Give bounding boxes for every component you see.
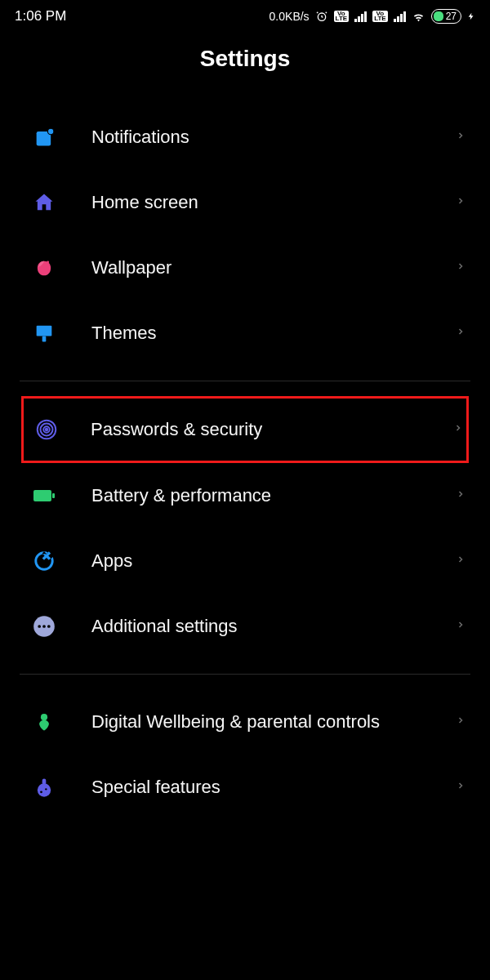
- svg-rect-18: [42, 779, 47, 785]
- item-label: Wallpaper: [91, 256, 456, 280]
- chevron-right-icon: [453, 420, 463, 439]
- svg-point-13: [38, 625, 41, 628]
- item-label: Apps: [91, 550, 456, 573]
- svg-point-20: [45, 788, 47, 790]
- settings-list: Notifications Home screen Wallpaper Them…: [0, 105, 490, 820]
- status-right-cluster: 0.0KB/s VoLTE VoLTE 27: [270, 9, 475, 24]
- status-time: 1:06 PM: [15, 8, 66, 24]
- svg-point-15: [47, 625, 51, 628]
- status-bar: 1:06 PM 0.0KB/s VoLTE VoLTE 27: [0, 0, 490, 29]
- svg-rect-5: [42, 336, 47, 342]
- item-label: Digital Wellbeing & parental controls: [91, 710, 456, 734]
- chevron-right-icon: [456, 712, 466, 732]
- charging-icon: [467, 10, 475, 23]
- chevron-right-icon: [456, 323, 466, 343]
- home-icon: [31, 189, 57, 216]
- fingerprint-icon: [33, 416, 60, 443]
- settings-item-special-features[interactable]: Special features: [0, 755, 490, 820]
- page-title: Settings: [0, 46, 490, 72]
- battery-icon: [31, 483, 57, 509]
- settings-item-additional-settings[interactable]: Additional settings: [0, 594, 490, 659]
- settings-item-passwords-security[interactable]: Passwords & security: [21, 396, 469, 463]
- chevron-right-icon: [456, 551, 466, 571]
- svg-rect-10: [33, 490, 51, 501]
- item-label: Battery & performance: [91, 484, 456, 508]
- settings-item-apps[interactable]: Apps: [0, 528, 490, 594]
- svg-point-14: [42, 625, 46, 628]
- alarm-icon: [315, 10, 328, 23]
- item-label: Additional settings: [91, 615, 456, 639]
- settings-item-home-screen[interactable]: Home screen: [0, 170, 490, 235]
- item-label: Notifications: [91, 126, 456, 149]
- settings-item-battery-performance[interactable]: Battery & performance: [0, 463, 490, 528]
- apps-icon: [31, 548, 57, 574]
- svg-point-17: [38, 783, 51, 796]
- svg-rect-11: [52, 493, 55, 498]
- signal-bars-2: [394, 11, 406, 22]
- wallpaper-icon: [31, 255, 57, 281]
- settings-item-themes[interactable]: Themes: [0, 301, 490, 366]
- chevron-right-icon: [456, 193, 466, 212]
- volte-badge-2: VoLTE: [372, 11, 388, 23]
- special-icon: [31, 774, 57, 800]
- section-divider: [20, 674, 470, 675]
- wifi-icon: [412, 10, 425, 24]
- notifications-icon: [31, 124, 57, 150]
- settings-item-wallpaper[interactable]: Wallpaper: [0, 235, 490, 301]
- wellbeing-icon: [31, 709, 57, 735]
- svg-point-2: [47, 128, 53, 134]
- svg-rect-4: [37, 326, 52, 336]
- themes-icon: [31, 320, 57, 346]
- svg-point-9: [46, 429, 48, 431]
- volte-badge-1: VoLTE: [334, 11, 350, 23]
- data-speed-label: 0.0KB/s: [270, 10, 310, 23]
- item-label: Themes: [91, 322, 456, 345]
- section-divider: [20, 381, 470, 381]
- chevron-right-icon: [456, 258, 466, 278]
- item-label: Passwords & security: [91, 418, 453, 442]
- svg-point-19: [40, 791, 42, 793]
- item-label: Special features: [91, 776, 456, 800]
- svg-point-16: [41, 714, 47, 720]
- item-label: Home screen: [91, 191, 456, 215]
- chevron-right-icon: [456, 486, 466, 506]
- signal-bars-1: [354, 11, 367, 22]
- more-icon: [31, 613, 57, 639]
- chevron-right-icon: [456, 127, 466, 147]
- battery-percent: 27: [446, 11, 457, 22]
- settings-item-notifications[interactable]: Notifications: [0, 105, 490, 170]
- svg-point-3: [47, 261, 49, 264]
- chevron-right-icon: [456, 617, 466, 636]
- settings-item-digital-wellbeing[interactable]: Digital Wellbeing & parental controls: [0, 689, 490, 755]
- chevron-right-icon: [456, 777, 466, 797]
- battery-indicator: 27: [431, 9, 461, 24]
